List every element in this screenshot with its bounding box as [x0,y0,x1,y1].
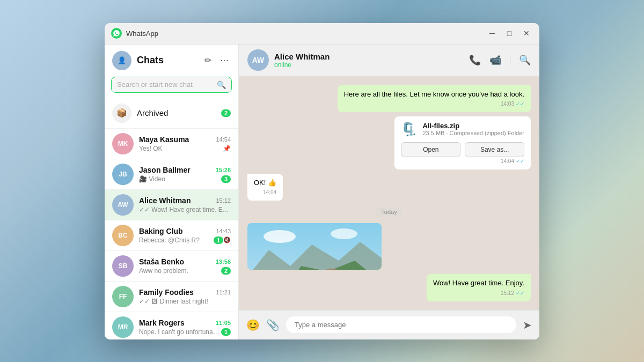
video-call-button[interactable]: 📹 [489,54,501,66]
chat-item-6[interactable]: MR Mark Rogers 11:05 Nope. I can't go un… [105,312,238,339]
chat-avatar: JB [112,164,134,185]
sidebar-actions: ✏ ⋯ [202,54,231,67]
attach-button[interactable]: 📎 [266,319,280,331]
chat-name-row: Alice Whitman 15:12 [139,196,231,205]
chat-name: Family Foodies [139,288,194,297]
archived-badge: 2 [221,109,231,117]
chat-info: Family Foodies 11:21 ✓✓ 🖼 Dinner last ni… [139,288,231,305]
chat-item-0[interactable]: MK Maya Kasuma 14:54 Yes! OK 📌 [105,129,238,159]
search-input[interactable] [117,80,217,88]
minimize-button[interactable]: ─ [486,28,499,39]
message-time: 14:04 [254,189,276,196]
message-time: 14:03 ✓✓ [344,100,524,108]
chat-preview-row: Yes! OK 📌 [139,145,231,152]
messages-area: Here are all the files. Let me know once… [239,77,539,310]
chat-info: Mark Rogers 11:05 Nope. I can't go unfor… [139,319,231,336]
file-bubble: 🗜️ All-files.zip 23.5 MB · Compressed (z… [394,116,531,169]
chat-preview-row: ✓✓ Wow! Have great time. Enjoy. [139,206,231,213]
chat-avatar: FF [112,286,134,307]
input-area: 😊 📎 ➤ [239,310,539,339]
title-bar: WhatsApp ─ □ ✕ [105,23,539,45]
contact-name: Alice Whitman [274,52,464,61]
chat-info: Alice Whitman 15:12 ✓✓ Wow! Have great t… [139,196,231,213]
file-time: 14:04 ✓✓ [401,158,524,164]
chat-preview: Aww no problem. [139,267,221,275]
chat-time: 14:43 [216,228,231,234]
chat-avatar: SB [112,255,134,277]
svg-point-4 [264,230,296,243]
chat-name-row: Jason Ballmer 15:26 [139,166,231,174]
chat-preview-row: Rebecca: @Chris R? 1 🔇 [139,237,231,244]
read-tick: ✓✓ [516,158,524,164]
message-received-1: OK! 👍 14:04 [247,174,283,201]
chat-name: Baking Club [139,227,183,235]
chat-name: Mark Rogers [139,319,185,327]
my-avatar[interactable]: 👤 [112,51,131,70]
chat-item-3[interactable]: BC Baking Club 14:43 Rebecca: @Chris R? … [105,220,238,251]
chat-preview: Nope. I can't go unfortunately. [139,328,221,336]
chat-header-actions: 📞 📹 🔍 [469,54,531,67]
new-chat-button[interactable]: ✏ [202,54,214,67]
chat-avatar: BC [112,225,134,246]
chat-info: Jason Ballmer 15:26 🎥 Video 3 [139,166,231,183]
unread-badge: 1 [221,328,231,336]
main-content: 👤 Chats ✏ ⋯ 🔍 📦 Archived [105,45,539,339]
chat-preview: Rebecca: @Chris R? [139,237,214,244]
pinned-icon: 📌 [223,145,231,152]
message-text: Wow! Have great time. Enjoy. [433,279,524,287]
chat-item-1[interactable]: JB Jason Ballmer 15:26 🎥 Video 3 [105,159,238,190]
chat-name: Maya Kasuma [139,135,189,144]
chat-time: 14:54 [216,136,231,143]
file-type-icon: 🗜️ [401,122,417,137]
file-info: All-files.zip 23.5 MB · Compressed (zipp… [422,122,524,136]
maximize-button[interactable]: □ [503,28,516,39]
chat-item-4[interactable]: SB Staša Benko 13:56 Aww no problem. 2 [105,251,238,282]
header-divider [510,54,510,67]
contact-info: Alice Whitman online [274,52,464,69]
unread-badge: 2 [221,267,231,275]
day-separator: Today [376,207,402,217]
open-file-button[interactable]: Open [401,142,460,157]
chat-time: 15:12 [216,197,231,204]
chat-name: Alice Whitman [139,196,191,205]
file-actions: Open Save as... [401,142,524,157]
chat-info: Baking Club 14:43 Rebecca: @Chris R? 1 🔇 [139,227,231,244]
chat-list: 📦 Archived 2 MK Maya Kasuma 14:54 Yes! O… [105,98,238,339]
search-bar: 🔍 [105,75,238,98]
chat-preview: ✓✓ Wow! Have great time. Enjoy. [139,206,231,213]
chat-name-row: Maya Kasuma 14:54 [139,135,231,144]
chat-name-row: Staša Benko 13:56 [139,257,231,266]
search-chat-button[interactable]: 🔍 [519,54,531,66]
voice-call-button[interactable]: 📞 [469,54,481,66]
archive-icon: 📦 [112,104,131,123]
chat-time: 11:21 [216,289,231,295]
contact-avatar[interactable]: AW [247,49,269,71]
chat-item-5[interactable]: FF Family Foodies 11:21 ✓✓ 🖼 Dinner last… [105,282,238,312]
window-title: WhatsApp [126,29,486,38]
chat-preview-row: ✓✓ 🖼 Dinner last night! [139,298,231,305]
chat-time: 13:56 [216,258,231,265]
search-icon: 🔍 [217,80,226,89]
message-sent-2: Wow! Have great time. Enjoy. 15:12 ✓✓ [427,274,531,301]
photo-bubble: So beautiful here! 15:06 ❤️ [247,223,382,270]
sidebar-header: 👤 Chats ✏ ⋯ [105,45,238,75]
unread-badge: 1 [214,237,223,244]
close-button[interactable]: ✕ [520,28,533,39]
more-options-button[interactable]: ⋯ [218,54,231,67]
archived-label: Archived [137,108,221,117]
chat-list-items: MK Maya Kasuma 14:54 Yes! OK 📌 JB Jason … [105,129,238,339]
chat-info: Staša Benko 13:56 Aww no problem. 2 [139,257,231,275]
chat-preview: ✓✓ 🖼 Dinner last night! [139,298,231,305]
message-input[interactable] [286,316,516,333]
chat-preview-row: Aww no problem. 2 [139,267,231,275]
send-button[interactable]: ➤ [523,319,532,331]
archived-row[interactable]: 📦 Archived 2 [105,98,238,129]
chat-info: Maya Kasuma 14:54 Yes! OK 📌 [139,135,231,152]
chat-preview: 🎥 Video [139,175,221,183]
chat-name-row: Mark Rogers 11:05 [139,319,231,327]
unread-badge: 3 [221,175,231,183]
save-file-button[interactable]: Save as... [465,142,524,157]
message-time: 15:12 ✓✓ [433,290,524,297]
emoji-button[interactable]: 😊 [246,319,260,331]
chat-item-2[interactable]: AW Alice Whitman 15:12 ✓✓ Wow! Have grea… [105,190,238,220]
